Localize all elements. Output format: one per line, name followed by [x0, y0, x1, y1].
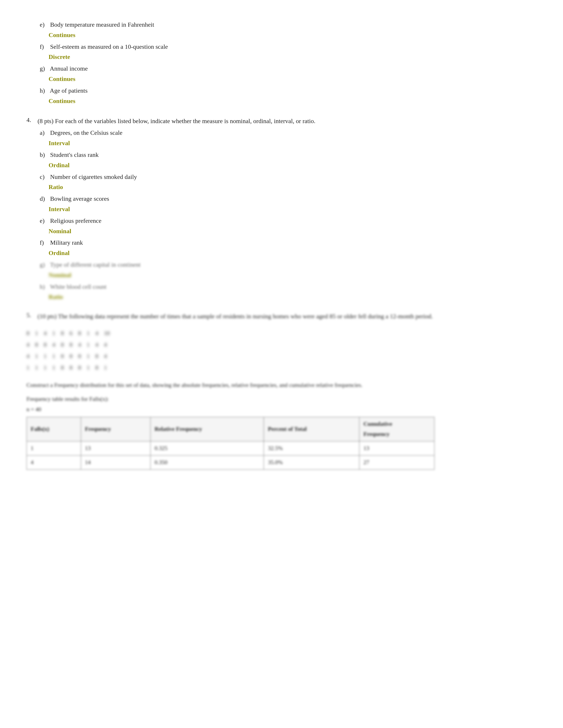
cell-pct-1: 32.5% — [264, 441, 360, 456]
col-header-relative: Relative Frequency — [150, 417, 264, 441]
q4-item-e: e) Religious preference Nominal — [40, 216, 537, 236]
item-text-a: Degrees, on the Celsius scale — [50, 129, 122, 136]
q5-header: 5. (10 pts) The following data represent… — [26, 312, 537, 321]
item-label-c: c) — [40, 172, 49, 182]
q5-number: 5. — [26, 312, 38, 319]
list-item: h) Age of patients Continues — [40, 86, 537, 106]
item-label: f) — [40, 42, 49, 52]
prev-question-continuation: e) Body temperature measured in Fahrenhe… — [26, 20, 537, 106]
cell-freq-2: 14 — [81, 455, 150, 469]
cell-falls-1: 1 — [27, 441, 81, 456]
item-answer: Continues — [40, 96, 537, 106]
q4-header: 4. (8 pts) For each of the variables lis… — [26, 116, 537, 126]
q4-item-f: f) Military rank Ordinal — [40, 238, 537, 258]
q4-item-b: b) Student's class rank Ordinal — [40, 150, 537, 170]
item-answer: Continues — [40, 74, 537, 84]
cell-cum-2: 27 — [360, 455, 435, 469]
item-answer-a: Interval — [40, 138, 537, 148]
item-label-h: h) — [40, 282, 49, 292]
data-row-3: 4 1 1 1 8 8 8 1 8 4 — [26, 351, 537, 362]
q4-item-g: g) Type of different capital in continen… — [40, 260, 537, 280]
item-label-f: f) — [40, 238, 49, 248]
item-answer-f: Ordinal — [40, 248, 537, 258]
item-label-e: e) — [40, 216, 49, 226]
freq-table: Falls(x) Frequency Relative Frequency Pe… — [26, 417, 435, 470]
cell-rel-2: 0.350 — [150, 455, 264, 469]
item-text-e: Religious preference — [50, 217, 101, 224]
item-answer-c: Ratio — [40, 182, 537, 192]
col-header-cumulative: CumulativeFrequency — [360, 417, 435, 441]
item-text-f: Military rank — [50, 239, 83, 246]
item-answer-e: Nominal — [40, 226, 537, 236]
item-label: h) — [40, 86, 49, 96]
item-text-b: Student's class rank — [50, 151, 99, 158]
q5-data-table: 8 1 4 1 8 6 8 1 4 10 4 8 8 4 8 8 4 1 4 4… — [26, 328, 537, 373]
data-row-2: 4 8 8 4 8 8 4 1 4 4 — [26, 339, 537, 351]
item-answer-h: Ratio — [40, 292, 537, 302]
cell-cum-1: 13 — [360, 441, 435, 456]
col-header-percent: Percent of Total — [264, 417, 360, 441]
freq-table-header-row: Falls(x) Frequency Relative Frequency Pe… — [27, 417, 435, 441]
freq-table-label: Frequency table results for Falls(x): — [26, 394, 537, 404]
item-answer-g: Nominal — [40, 270, 537, 280]
prev-sublist: e) Body temperature measured in Fahrenhe… — [26, 20, 537, 106]
item-label-g: g) — [40, 260, 49, 270]
item-label-b: b) — [40, 150, 49, 160]
col-header-falls: Falls(x) — [27, 417, 81, 441]
q4-number: 4. — [26, 116, 38, 124]
q4-sublist: a) Degrees, on the Celsius scale Interva… — [26, 128, 537, 302]
item-label: g) — [40, 64, 49, 74]
q4-item-d: d) Bowling average scores Interval — [40, 194, 537, 214]
item-label-a: a) — [40, 128, 49, 138]
col-header-frequency: Frequency — [81, 417, 150, 441]
cell-rel-1: 0.325 — [150, 441, 264, 456]
question-4: 4. (8 pts) For each of the variables lis… — [26, 116, 537, 302]
freq-row-2: 4 14 0.350 35.0% 27 — [27, 455, 435, 469]
q4-item-c: c) Number of cigarettes smoked daily Rat… — [40, 172, 537, 192]
data-row-1: 8 1 4 1 8 6 8 1 4 10 — [26, 328, 537, 339]
item-text: Self-esteem as measured on a 10-question… — [50, 43, 168, 50]
data-row-4: 1 1 1 1 8 8 8 1 8 1 — [26, 362, 537, 373]
freq-row-1: 1 13 0.325 32.5% 13 — [27, 441, 435, 456]
item-answer: Continues — [40, 30, 537, 40]
item-text: Age of patients — [50, 87, 87, 94]
list-item: e) Body temperature measured in Fahrenhe… — [40, 20, 537, 40]
cell-pct-2: 35.0% — [264, 455, 360, 469]
item-text-d: Bowling average scores — [50, 195, 109, 202]
list-item: f) Self-esteem as measured on a 10-quest… — [40, 42, 537, 62]
cell-freq-1: 13 — [81, 441, 150, 456]
question-5: 5. (10 pts) The following data represent… — [26, 312, 537, 373]
item-text-c: Number of cigarettes smoked daily — [50, 173, 137, 180]
item-label-d: d) — [40, 194, 49, 204]
item-text-h: White blood cell count — [50, 283, 107, 290]
item-answer-d: Interval — [40, 204, 537, 214]
frequency-section: Construct a Frequency distribution for t… — [26, 380, 537, 470]
q5-body-text: (10 pts) The following data represent th… — [38, 312, 537, 321]
item-text-g: Type of different capital in continent — [50, 261, 141, 268]
item-text: Annual income — [50, 65, 88, 72]
freq-intro: Construct a Frequency distribution for t… — [26, 380, 537, 390]
q4-item-a: a) Degrees, on the Celsius scale Interva… — [40, 128, 537, 148]
q4-body-text: (8 pts) For each of the variables listed… — [38, 116, 537, 126]
q4-item-h: h) White blood cell count Ratio — [40, 282, 537, 302]
cell-falls-2: 4 — [27, 455, 81, 469]
item-answer: Discrete — [40, 52, 537, 62]
n-label: n = 40 — [26, 404, 537, 415]
item-answer-b: Ordinal — [40, 160, 537, 170]
item-text: Body temperature measured in Fahrenheit — [50, 21, 154, 28]
list-item: g) Annual income Continues — [40, 64, 537, 84]
item-label: e) — [40, 20, 49, 30]
